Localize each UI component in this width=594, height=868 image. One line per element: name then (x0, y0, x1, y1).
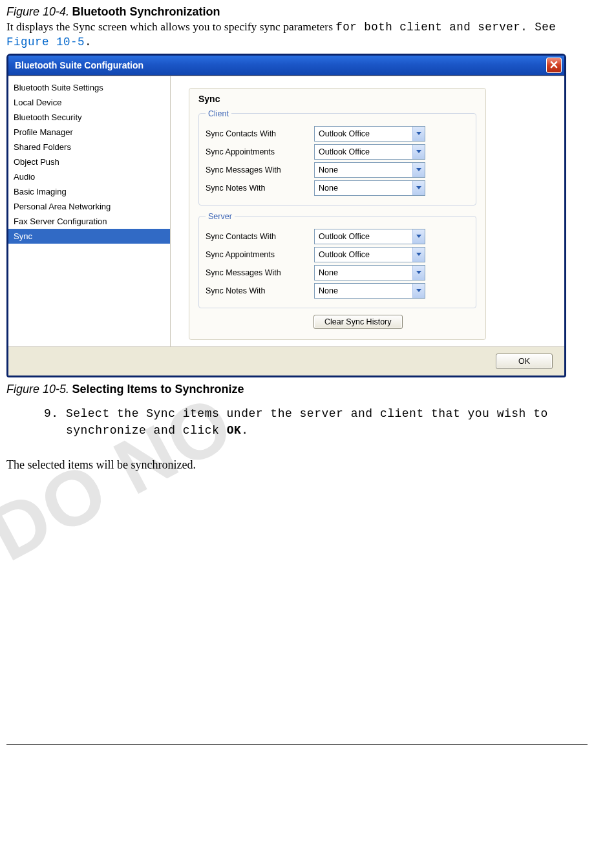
clear-sync-history-button[interactable]: Clear Sync History (313, 315, 403, 329)
titlebar: Bluetooth Suite Configuration (8, 56, 564, 76)
close-button[interactable] (546, 58, 562, 73)
window-footer: OK (8, 346, 564, 376)
server-legend: Server (206, 212, 235, 221)
dropdown-client-notes[interactable]: None (314, 180, 425, 196)
chevron-down-icon (412, 181, 425, 195)
field-label: Sync Appointments (206, 250, 314, 259)
dropdown-value: None (315, 184, 412, 193)
step-bold-ok: OK (227, 424, 242, 437)
field-label: Sync Notes With (206, 184, 314, 193)
dropdown-value: None (315, 165, 412, 175)
intro-paragraph: It displays the Sync screen which allows… (6, 20, 588, 50)
sidebar: Bluetooth Suite Settings Local Device Bl… (8, 76, 171, 346)
field-label: Sync Messages With (206, 165, 314, 175)
sidebar-item-sync[interactable]: Sync (8, 229, 170, 244)
dropdown-server-notes[interactable]: None (314, 283, 425, 299)
client-row-notes: Sync Notes With None (206, 180, 469, 196)
server-row-messages: Sync Messages With None (206, 265, 469, 281)
field-label: Sync Contacts With (206, 232, 314, 241)
sidebar-item-shared-folders[interactable]: Shared Folders (8, 140, 170, 154)
ok-button[interactable]: OK (496, 354, 553, 369)
intro-mono-a: for both client and server. See (335, 21, 556, 34)
client-legend: Client (206, 109, 231, 118)
dropdown-client-appointments[interactable]: Outlook Office (314, 144, 425, 160)
server-row-notes: Sync Notes With None (206, 283, 469, 299)
client-row-messages: Sync Messages With None (206, 162, 469, 178)
window-title: Bluetooth Suite Configuration (15, 60, 143, 70)
figure-label: Figure 10-5. (6, 383, 69, 396)
sidebar-item-bluetooth-suite-settings[interactable]: Bluetooth Suite Settings (8, 80, 170, 95)
dropdown-server-appointments[interactable]: Outlook Office (314, 247, 425, 262)
dropdown-value: Outlook Office (315, 250, 412, 259)
sidebar-item-object-push[interactable]: Object Push (8, 154, 170, 169)
dropdown-value: Outlook Office (315, 232, 412, 241)
sidebar-item-audio[interactable]: Audio (8, 169, 170, 184)
client-fieldset: Client Sync Contacts With Outlook Office… (198, 109, 476, 206)
chevron-down-icon (412, 248, 425, 262)
field-label: Sync Messages With (206, 268, 314, 277)
field-label: Sync Appointments (206, 147, 314, 156)
sidebar-item-fax-server-configuration[interactable]: Fax Server Configuration (8, 214, 170, 229)
dropdown-value: Outlook Office (315, 147, 412, 156)
server-row-appointments: Sync Appointments Outlook Office (206, 247, 469, 262)
step-number: 9. (44, 407, 59, 420)
chevron-down-icon (412, 284, 425, 298)
server-fieldset: Server Sync Contacts With Outlook Office… (198, 212, 476, 308)
intro-mono-b: . (85, 36, 92, 48)
chevron-down-icon (412, 229, 425, 244)
dropdown-server-messages[interactable]: None (314, 265, 425, 281)
chevron-down-icon (412, 127, 425, 141)
dropdown-value: Outlook Office (315, 129, 412, 138)
chevron-down-icon (412, 145, 425, 159)
dropdown-server-contacts[interactable]: Outlook Office (314, 229, 425, 244)
step-text-a: Select the Sync items under the server a… (59, 407, 548, 437)
sidebar-item-bluetooth-security[interactable]: Bluetooth Security (8, 110, 170, 125)
result-paragraph: The selected items will be synchronized. (6, 457, 588, 472)
sidebar-item-profile-manager[interactable]: Profile Manager (8, 125, 170, 140)
sidebar-item-basic-imaging[interactable]: Basic Imaging (8, 184, 170, 199)
close-icon (550, 60, 558, 70)
figure-label: Figure 10-4. (6, 5, 69, 18)
figure-title: Bluetooth Synchronization (72, 5, 220, 18)
page-footer-rule (6, 744, 588, 745)
server-row-contacts: Sync Contacts With Outlook Office (206, 229, 469, 244)
dropdown-client-messages[interactable]: None (314, 162, 425, 178)
client-row-appointments: Sync Appointments Outlook Office (206, 144, 469, 160)
figure-cross-ref[interactable]: Figure 10-5 (6, 36, 85, 48)
step-9: 9. Select the Sync items under the serve… (44, 405, 588, 439)
dropdown-client-contacts[interactable]: Outlook Office (314, 126, 425, 142)
sidebar-item-personal-area-networking[interactable]: Personal Area Networking (8, 199, 170, 214)
dropdown-value: None (315, 268, 412, 277)
field-label: Sync Contacts With (206, 129, 314, 138)
config-window: Bluetooth Suite Configuration Bluetooth … (6, 54, 566, 377)
dropdown-value: None (315, 286, 412, 295)
field-label: Sync Notes With (206, 286, 314, 295)
figure-title: Selecting Items to Synchronize (72, 383, 244, 396)
chevron-down-icon (412, 163, 425, 177)
intro-serif: It displays the Sync screen which allows… (6, 20, 335, 33)
figure-10-5-caption: Figure 10-5. Selecting Items to Synchron… (6, 383, 588, 396)
chevron-down-icon (412, 266, 425, 280)
sync-panel: Sync Client Sync Contacts With Outlook O… (189, 88, 486, 340)
client-row-contacts: Sync Contacts With Outlook Office (206, 126, 469, 142)
step-text-b: . (241, 424, 248, 437)
panel-title: Sync (198, 94, 476, 104)
main-panel-area: Sync Client Sync Contacts With Outlook O… (171, 76, 564, 346)
figure-10-4-caption: Figure 10-4. Bluetooth Synchronization (6, 5, 588, 19)
sidebar-item-local-device[interactable]: Local Device (8, 95, 170, 110)
